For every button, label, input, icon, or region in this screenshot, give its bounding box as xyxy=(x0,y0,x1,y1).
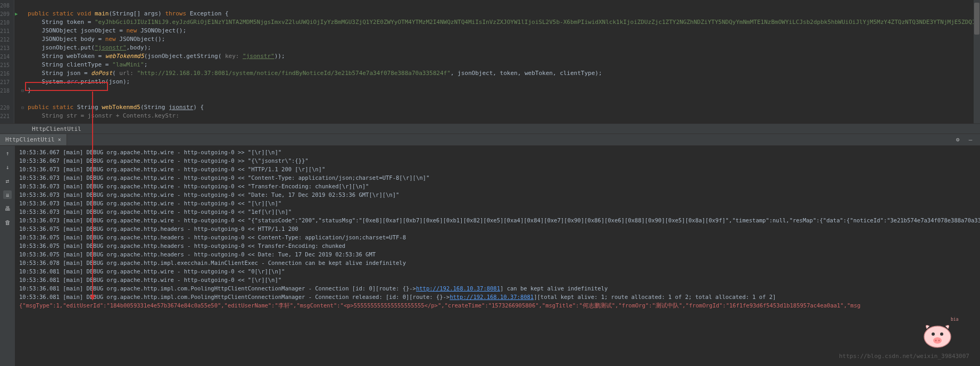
log-line: 10:53:36.073 [main] DEBUG org.apache.htt… xyxy=(19,199,976,207)
code-line: String token = "eyJhbGciOiJIUzI1NiJ9.eyJ… xyxy=(28,18,980,27)
log-line: 10:53:36.081 [main] DEBUG org.apache.htt… xyxy=(19,284,976,293)
log-line: 10:53:36.081 [main] DEBUG org.apache.htt… xyxy=(19,293,976,301)
log-line: {"msgType":1,"editUserId":"184b0059331e4… xyxy=(19,301,976,310)
code-line: } xyxy=(28,86,980,95)
code-line: JSONObject body = new JSONObject(); xyxy=(28,35,980,44)
code-line: public static void main(String[] args) t… xyxy=(28,10,980,18)
up-icon[interactable]: ↑ xyxy=(3,149,12,157)
line-number: 211 xyxy=(0,27,14,35)
line-number: ⊟218 xyxy=(0,86,14,95)
minimize-icon[interactable]: — xyxy=(966,136,975,144)
vertical-scrollbar[interactable] xyxy=(974,0,980,123)
tab-httpclientutil[interactable]: HttpClientUtil × xyxy=(0,134,67,145)
gear-icon[interactable]: ⚙ xyxy=(953,136,962,144)
line-number: 215 xyxy=(0,61,14,69)
log-url[interactable]: http://192.168.10.37:8081 xyxy=(450,294,534,300)
log-line: 10:53:36.073 [main] DEBUG org.apache.htt… xyxy=(19,207,976,216)
breadcrumb: HttpClientUtil xyxy=(0,123,980,134)
console-toolbar: ↑ ↓ ⇄ ⇊ 🖶 🗑 xyxy=(0,146,15,366)
scrollbar-thumb[interactable] xyxy=(974,3,979,35)
print-icon[interactable]: 🖶 xyxy=(3,204,12,213)
line-number: 210 xyxy=(0,18,14,27)
code-content[interactable]: public static void main(String[] args) t… xyxy=(14,0,980,123)
log-line: 10:53:36.067 [main] DEBUG org.apache.htt… xyxy=(19,156,976,165)
console-panel: ↑ ↓ ⇄ ⇊ 🖶 🗑 10:53:36.067 [main] DEBUG or… xyxy=(0,146,980,366)
log-line: 10:53:36.067 [main] DEBUG org.apache.htt… xyxy=(19,148,976,156)
breadcrumb-item[interactable]: HttpClientUtil xyxy=(32,126,81,132)
tab-label: HttpClientUtil xyxy=(5,136,55,143)
code-line xyxy=(28,95,980,103)
down-icon[interactable]: ↓ xyxy=(3,163,12,171)
log-line: 10:53:36.073 [main] DEBUG org.apache.htt… xyxy=(19,173,976,182)
log-line: 10:53:36.075 [main] DEBUG org.apache.htt… xyxy=(19,250,976,259)
close-icon[interactable]: × xyxy=(58,137,61,143)
log-line: 10:53:36.073 [main] DEBUG org.apache.htt… xyxy=(19,216,976,224)
log-line: 10:53:36.075 [main] DEBUG org.apache.htt… xyxy=(19,224,976,233)
code-line xyxy=(28,1,980,10)
line-gutter: 208 ▶209 210 211 212 213 214 215 216 217… xyxy=(0,0,14,123)
line-number: ⊟220 xyxy=(0,103,14,112)
watermark: https://blog.csdn.net/weixin_39843007 xyxy=(839,353,969,360)
log-line: 10:53:36.073 [main] DEBUG org.apache.htt… xyxy=(19,190,976,199)
log-line: 10:53:36.081 [main] DEBUG org.apache.htt… xyxy=(19,276,976,284)
trash-icon[interactable]: 🗑 xyxy=(3,218,12,227)
log-url[interactable]: http://192.168.10.37:8081 xyxy=(416,285,500,292)
line-number: 212 xyxy=(0,35,14,44)
line-number: ▶209 xyxy=(0,10,14,18)
scroll-icon[interactable]: ⇊ xyxy=(3,190,12,199)
log-line: 10:53:36.081 [main] DEBUG org.apache.htt… xyxy=(19,267,976,276)
console-output[interactable]: 10:53:36.067 [main] DEBUG org.apache.htt… xyxy=(15,146,980,366)
code-line: String str = jsonstr + Contents.keyStr: xyxy=(28,112,980,120)
line-number: 213 xyxy=(0,44,14,52)
line-number: 214 xyxy=(0,52,14,61)
log-line: 10:53:36.075 [main] DEBUG org.apache.htt… xyxy=(19,233,976,242)
log-line: 10:53:36.078 [main] DEBUG org.apache.htt… xyxy=(19,259,976,267)
line-number: 221 xyxy=(0,112,14,120)
code-line: JSONObject jsonObject = new JSONObject()… xyxy=(28,27,980,35)
wrap-icon[interactable]: ⇄ xyxy=(3,177,12,185)
log-line: 10:53:36.073 [main] DEBUG org.apache.htt… xyxy=(19,165,976,173)
code-line: jsonObject.put("jsonstr",body); xyxy=(28,44,980,52)
code-line: System.err.println(json); xyxy=(28,78,980,86)
line-number: 217 xyxy=(0,78,14,86)
tab-tools: ⚙ — xyxy=(953,136,980,144)
code-line: String clientType = "lawMini"; xyxy=(28,61,980,69)
line-number: 216 xyxy=(0,69,14,78)
line-number: 208 xyxy=(0,1,14,10)
code-editor[interactable]: 208 ▶209 210 211 212 213 214 215 216 217… xyxy=(0,0,980,123)
log-line: 10:53:36.075 [main] DEBUG org.apache.htt… xyxy=(19,242,976,250)
console-tab-bar: HttpClientUtil × ⚙ — xyxy=(0,134,980,146)
code-line: String webToken = webTokenmd5(jsonObject… xyxy=(28,52,980,61)
line-number xyxy=(0,95,14,103)
code-line: public static String webTokenmd5(String … xyxy=(28,103,980,112)
log-line: 10:53:36.073 [main] DEBUG org.apache.htt… xyxy=(19,182,976,190)
code-line: String json = doPost( url: "http://192.1… xyxy=(28,69,980,78)
